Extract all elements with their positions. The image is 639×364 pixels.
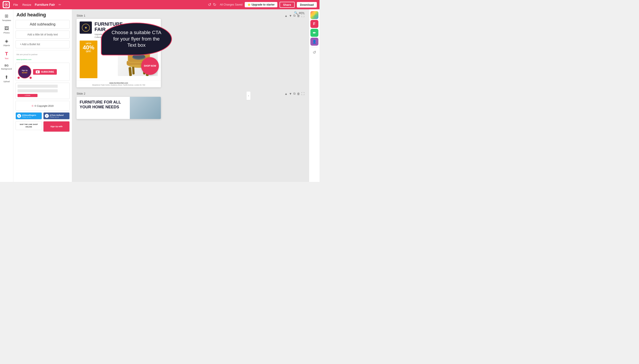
svg-point-11 xyxy=(133,54,145,59)
zoom-icon: 🔍 xyxy=(294,11,298,14)
slide-2-container: Slide 2 ▲ ▼ ⧉ 🗑 ⛶ FURNITURE FOR ALL YOUR… xyxy=(77,92,304,119)
facebook-handle: @Tom Holland xyxy=(50,114,64,116)
subscribe-btn[interactable]: SUBSCRIBE xyxy=(33,69,57,75)
offer-percent: 40% xyxy=(82,44,95,50)
sidebar-item-upload[interactable]: ⬆ Upload xyxy=(0,73,13,84)
fyndhere-url[interactable]: www.fyndhere.com xyxy=(17,58,32,60)
download-button[interactable]: Download xyxy=(297,2,317,8)
logo-dot xyxy=(85,27,87,28)
facebook-card[interactable]: f @Tom Holland Follow me on xyxy=(43,112,70,120)
slide1-title: FURNITUREFAIR xyxy=(95,22,158,32)
photos-label: Photos xyxy=(3,32,10,34)
slide1-title-area: FURNITUREFAIR Upgrade Your Home Furnitur… xyxy=(95,22,158,39)
signup-cta-card[interactable]: Sign UpNOW! SUBSCRIBE xyxy=(16,63,70,81)
slide-2-label: Slide 2 xyxy=(77,92,85,95)
skip-card[interactable]: SKIP THE LINE SHOP ONLINE xyxy=(16,121,42,130)
nav-file[interactable]: File xyxy=(13,3,18,6)
logo-ring xyxy=(82,24,90,32)
zoom-level: 46% xyxy=(299,11,304,14)
slide2-down-btn[interactable]: ▼ xyxy=(289,92,292,96)
add-bullet-btn[interactable]: • Add a Bullet list xyxy=(16,40,70,48)
text-icon: T xyxy=(5,51,8,57)
paint-tool[interactable]: ✏ xyxy=(310,29,318,37)
left-panel: Add heading Add subheading Add a little … xyxy=(13,9,72,182)
main-layout: ⊞ Templates 🖼 Photos ◈ Objects T Text BG… xyxy=(0,9,319,182)
slide2-expand-btn[interactable]: ⛶ xyxy=(301,92,304,96)
sidebar-item-photos[interactable]: 🖼 Photos xyxy=(0,24,13,36)
document-title[interactable]: Furniture Fair xyxy=(35,3,55,6)
copyright-card[interactable]: © © Copyright 2019 xyxy=(16,101,70,110)
canvas-area[interactable]: 🔍 46% Slide 1 ▲ ▼ ⧉ 🗑 ⛶ xyxy=(72,9,309,182)
sidebar-item-background[interactable]: BG Background xyxy=(0,62,13,72)
panel-hint: We are proud to partner xyxy=(16,52,70,57)
templates-label: Templates xyxy=(2,19,11,22)
objects-label: Objects xyxy=(3,44,10,46)
background-icon: BG xyxy=(5,64,9,67)
copyright-icon: © xyxy=(32,104,34,107)
slide1-top: FURNITUREFAIR Upgrade Your Home Furnitur… xyxy=(77,19,161,40)
star-icon: ⭐ xyxy=(247,3,251,6)
upgrade-label: Upgrade to starter xyxy=(252,3,275,6)
slide-1-canvas[interactable]: FURNITUREFAIR Upgrade Your Home Furnitur… xyxy=(77,19,161,87)
offer-box: UPTO 40% OFF! xyxy=(80,40,97,78)
undo-tool[interactable]: ↺ xyxy=(310,48,318,56)
color-tool[interactable] xyxy=(310,11,318,19)
slide2-top: FURNITURE FOR ALL YOUR HOME NEEDS xyxy=(77,97,161,119)
slide-1-container: Slide 1 ▲ ▼ ⧉ 🗑 ⛶ xyxy=(77,14,304,87)
right-sidebar: F ✏ 👤 ↺ xyxy=(309,9,319,182)
signup-with-label: Sign Up with xyxy=(50,126,63,128)
slide-1-header: Slide 1 ▲ ▼ ⧉ 🗑 ⛶ xyxy=(77,14,304,18)
redo-button[interactable]: ↻ xyxy=(213,2,216,7)
slide1-logo xyxy=(80,22,92,34)
add-body-btn[interactable]: Add a little bit of body text xyxy=(16,30,70,38)
upgrade-button[interactable]: ⭐ Upgrade to starter xyxy=(245,2,277,7)
slide2-copy-btn[interactable]: ⧉ xyxy=(293,92,296,96)
sidebar-item-text[interactable]: T Text xyxy=(0,49,13,61)
sidebar-item-objects[interactable]: ◈ Objects xyxy=(0,36,13,48)
topbar: File Resize Furniture Fair ✏ ↺ ↻ All Cha… xyxy=(0,0,319,9)
copyright-text: © Copyright 2019 xyxy=(34,104,54,107)
templates-icon: ⊞ xyxy=(5,13,9,18)
twitter-card[interactable]: 𝕏 @SteveRogers Follow us on... xyxy=(16,112,42,120)
signup-with-card[interactable]: Sign Up with xyxy=(43,121,70,132)
font-tool[interactable]: F xyxy=(310,20,318,28)
save-status: All Changes Saved xyxy=(220,3,243,6)
slide2-delete-btn[interactable]: 🗑 xyxy=(297,92,300,96)
top-nav: File Resize xyxy=(13,3,31,6)
nav-resize[interactable]: Resize xyxy=(23,3,31,6)
undo-button[interactable]: ↺ xyxy=(208,2,211,7)
twitter-follow: Follow us on... xyxy=(22,116,36,118)
text-label: Text xyxy=(5,58,9,60)
login-card[interactable]: LOGIN xyxy=(16,83,70,99)
sidebar-item-templates[interactable]: ⊞ Templates xyxy=(0,12,13,23)
objects-icon: ◈ xyxy=(5,38,8,44)
panel-divider-1 xyxy=(16,50,70,50)
slide2-up-btn[interactable]: ▲ xyxy=(284,92,288,96)
slide-down-btn[interactable]: ▼ xyxy=(289,14,292,18)
add-subheading-btn[interactable]: Add subheading xyxy=(16,20,70,29)
app-logo[interactable] xyxy=(3,1,10,8)
slide-2-canvas[interactable]: FURNITURE FOR ALL YOUR HOME NEEDS xyxy=(77,97,161,119)
collapse-panel-btn[interactable]: ‹ xyxy=(246,91,251,100)
social-cards-row: 𝕏 @SteveRogers Follow us on... f @Tom Ho… xyxy=(16,112,70,120)
slide2-title: FURNITURE FOR ALL YOUR HOME NEEDS xyxy=(80,100,127,110)
slide-2-header: Slide 2 ▲ ▼ ⧉ 🗑 ⛶ xyxy=(77,92,304,96)
svg-rect-8 xyxy=(132,66,135,74)
facebook-icon: f xyxy=(45,114,49,118)
slide-up-btn[interactable]: ▲ xyxy=(284,14,288,18)
avatar-tool[interactable]: 👤 xyxy=(310,38,318,46)
shop-now-btn[interactable]: SHOP NOW xyxy=(141,57,159,75)
sidebar-icons: ⊞ Templates 🖼 Photos ◈ Objects T Text BG… xyxy=(0,9,13,182)
panel-heading[interactable]: Add heading xyxy=(16,12,70,18)
right-sidebar-divider xyxy=(311,47,318,47)
facebook-follow: Follow me on xyxy=(50,116,64,118)
username-field-preview xyxy=(18,85,58,88)
svg-point-1 xyxy=(6,4,7,5)
slide1-footer: www.furniturefair.com Marylebone Trade C… xyxy=(77,80,161,88)
share-button[interactable]: Share xyxy=(280,2,295,8)
youtube-icon xyxy=(36,70,40,73)
fyndhere-link-area: www.fyndhere.com xyxy=(16,57,70,63)
twitter-info: @SteveRogers Follow us on... xyxy=(22,114,36,118)
password-field-preview xyxy=(18,89,58,92)
edit-icon[interactable]: ✏ xyxy=(59,3,61,6)
